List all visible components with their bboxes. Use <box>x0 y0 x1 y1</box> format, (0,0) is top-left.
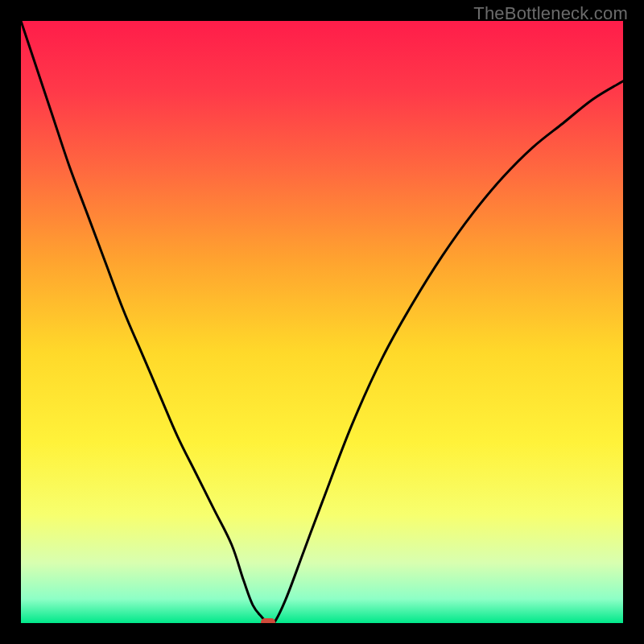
chart-frame: TheBottleneck.com <box>0 0 644 644</box>
curve-svg <box>21 21 623 623</box>
watermark-text: TheBottleneck.com <box>473 3 628 24</box>
plot-area <box>21 21 623 623</box>
optimal-point-marker <box>261 618 275 623</box>
bottleneck-curve <box>21 21 623 623</box>
